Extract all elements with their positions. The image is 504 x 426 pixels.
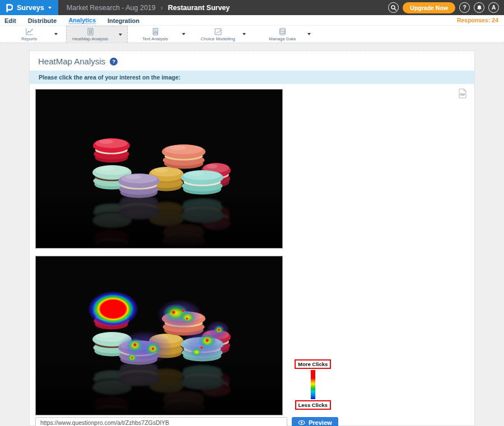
responses-count[interactable]: Responses: 24 bbox=[457, 17, 498, 24]
breadcrumb-current: Restaurant Survey bbox=[168, 4, 230, 12]
legend-more-label: More Clicks bbox=[295, 359, 331, 369]
toolbar-group-heatmap: HeatMap Analysis bbox=[66, 26, 128, 43]
choice-chart-icon bbox=[214, 27, 222, 36]
nav-distribute[interactable]: Distribute bbox=[28, 17, 57, 24]
top-bar: Surveys Market Research - Aug 2019 › Res… bbox=[0, 0, 504, 15]
chevron-down-icon bbox=[54, 33, 58, 35]
preview-button-label: Preview bbox=[309, 419, 332, 426]
tab-reports[interactable]: Reports bbox=[9, 26, 49, 43]
nav-edit[interactable]: Edit bbox=[4, 17, 16, 24]
tab-reports-label: Reports bbox=[21, 36, 37, 41]
toolbar-group-reports: Reports bbox=[9, 26, 63, 43]
panel-content: PDF bbox=[30, 84, 474, 426]
chevron-down-icon bbox=[242, 33, 246, 35]
tab-heatmap-label: HeatMap Analysis bbox=[72, 36, 108, 41]
tab-heatmap-analysis[interactable]: HeatMap Analysis bbox=[67, 26, 114, 43]
manage-dropdown[interactable] bbox=[302, 26, 316, 43]
questionpro-logo bbox=[4, 3, 13, 12]
surveys-menu[interactable]: Surveys bbox=[0, 0, 58, 15]
toolbar-group-text: Text Analysis bbox=[133, 26, 190, 43]
text-dropdown[interactable] bbox=[177, 26, 190, 43]
product-menu-label: Surveys bbox=[17, 4, 44, 12]
eye-icon bbox=[298, 420, 305, 425]
page-title: HeatMap Analysis bbox=[38, 57, 105, 66]
chevron-down-icon bbox=[307, 33, 311, 35]
chevron-down-icon bbox=[182, 33, 185, 35]
survey-nav: Edit Distribute Analytics Integration Re… bbox=[0, 15, 504, 26]
avatar[interactable]: A bbox=[488, 2, 499, 13]
heatmap-grid-icon bbox=[86, 27, 95, 36]
upgrade-now-button[interactable]: Upgrade Now bbox=[403, 2, 455, 13]
heatmap-row: More Clicks Less Clicks bbox=[35, 256, 469, 415]
legend-less-label: Less Clicks bbox=[295, 400, 331, 410]
help-button[interactable]: ? bbox=[459, 2, 470, 13]
nav-analytics[interactable]: Analytics bbox=[68, 16, 96, 24]
top-actions: Upgrade Now ? A bbox=[388, 0, 504, 15]
tab-text-label: Text Analysis bbox=[142, 36, 168, 41]
toolbar-group-manage: Manage Data bbox=[262, 26, 316, 43]
bell-icon bbox=[476, 4, 483, 11]
breadcrumb: Market Research - Aug 2019 › Restaurant … bbox=[67, 0, 230, 15]
notifications-button[interactable] bbox=[474, 2, 484, 13]
heatmap-panel: HeatMap Analysis ? Please click the area… bbox=[29, 50, 475, 426]
chevron-down-icon bbox=[119, 34, 122, 36]
search-icon bbox=[390, 4, 397, 11]
instruction-bar: Please click the area of your interest o… bbox=[30, 71, 474, 84]
tab-manage-label: Manage Data bbox=[269, 36, 296, 41]
toolbar-group-choice: Choice Modelling bbox=[198, 26, 251, 43]
breadcrumb-parent[interactable]: Market Research - Aug 2019 bbox=[67, 4, 156, 12]
search-button[interactable] bbox=[388, 2, 399, 13]
help-icon[interactable]: ? bbox=[110, 58, 118, 65]
pdf-icon: PDF bbox=[458, 88, 467, 99]
nav-integration[interactable]: Integration bbox=[108, 17, 139, 24]
export-pdf-button[interactable]: PDF bbox=[458, 88, 467, 100]
tab-choice-label: Choice Modelling bbox=[200, 36, 235, 41]
chevron-down-icon bbox=[48, 7, 52, 9]
reports-dropdown[interactable] bbox=[49, 26, 63, 43]
database-icon bbox=[278, 27, 287, 36]
choice-dropdown[interactable] bbox=[237, 26, 251, 43]
text-doc-icon bbox=[151, 27, 160, 36]
tab-choice-modelling[interactable]: Choice Modelling bbox=[198, 26, 237, 43]
line-chart-icon bbox=[25, 27, 34, 36]
preview-button[interactable]: Preview bbox=[292, 417, 338, 426]
share-row: Preview bbox=[35, 417, 469, 426]
tab-text-analysis[interactable]: Text Analysis bbox=[133, 26, 177, 43]
svg-text:PDF: PDF bbox=[460, 93, 465, 96]
tab-manage-data[interactable]: Manage Data bbox=[262, 26, 302, 43]
panel-header: HeatMap Analysis ? bbox=[30, 51, 474, 71]
heatmap-legend: More Clicks Less Clicks bbox=[295, 359, 331, 410]
survey-image[interactable] bbox=[35, 89, 283, 249]
heatmap-image[interactable] bbox=[35, 256, 283, 415]
share-url-input[interactable] bbox=[35, 417, 287, 426]
heatmap-dropdown[interactable] bbox=[114, 26, 127, 43]
breadcrumb-separator: › bbox=[161, 4, 163, 12]
legend-gradient-bar bbox=[311, 370, 315, 399]
analytics-toolbar: Reports HeatMap Analysis T bbox=[0, 26, 504, 43]
